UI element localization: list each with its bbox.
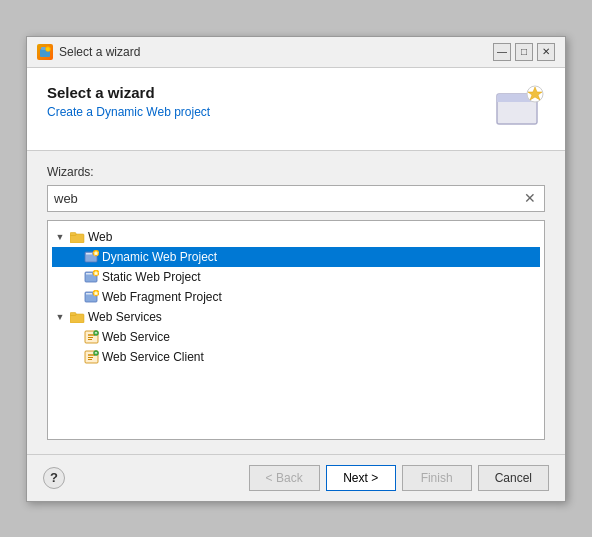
tree-item-web-fragment[interactable]: Web Fragment Project (52, 287, 540, 307)
svg-line-5 (49, 47, 50, 48)
wizard-icon-svg (493, 84, 545, 136)
svg-rect-22 (86, 293, 92, 295)
dialog-title: Select a wizard (59, 45, 140, 59)
search-input[interactable] (54, 188, 522, 209)
header-subtitle: Create a Dynamic Web project (47, 105, 483, 119)
search-clear-button[interactable]: ✕ (522, 191, 538, 205)
tree-item-web-service-client[interactable]: Web Service Client (52, 347, 540, 367)
tree-item-web-service[interactable]: Web Service (52, 327, 540, 347)
tree-item-static-web[interactable]: Static Web Project (52, 267, 540, 287)
static-web-icon (83, 269, 99, 285)
web-services-group-label: Web Services (88, 310, 162, 324)
web-service-label: Web Service (102, 330, 170, 344)
folder-icon-web (69, 229, 85, 245)
search-container: ✕ (47, 185, 545, 212)
expand-arrow-web: ▼ (54, 232, 66, 242)
footer: ? < Back Next > Finish Cancel (27, 454, 565, 501)
header-title: Select a wizard (47, 84, 483, 101)
header-text: Select a wizard Create a Dynamic Web pro… (47, 84, 483, 119)
wizards-label: Wizards: (47, 165, 545, 179)
svg-rect-14 (86, 253, 92, 255)
select-wizard-dialog: Select a wizard — □ ✕ Select a wizard Cr… (26, 36, 566, 502)
svg-rect-18 (86, 273, 92, 275)
svg-rect-26 (70, 312, 76, 315)
tree-item-web-label: Web (88, 230, 112, 244)
footer-buttons: < Back Next > Finish Cancel (249, 465, 549, 491)
svg-rect-12 (70, 232, 76, 235)
next-button[interactable]: Next > (326, 465, 396, 491)
web-service-client-icon (83, 349, 99, 365)
header-icon (493, 84, 545, 136)
maximize-button[interactable]: □ (515, 43, 533, 61)
minimize-button[interactable]: — (493, 43, 511, 61)
tree-item-dynamic-web[interactable]: Dynamic Web Project (52, 247, 540, 267)
title-bar-left: Select a wizard (37, 44, 140, 60)
help-button[interactable]: ? (43, 467, 65, 489)
svg-rect-1 (41, 47, 46, 50)
tree-item-web-group[interactable]: ▼ Web (52, 227, 540, 247)
close-button[interactable]: ✕ (537, 43, 555, 61)
tree-item-web-services-group[interactable]: ▼ Web Services (52, 307, 540, 327)
folder-icon-web-services (69, 309, 85, 325)
footer-left: ? (43, 467, 65, 489)
dynamic-web-label: Dynamic Web Project (102, 250, 217, 264)
dialog-icon (37, 44, 53, 60)
web-fragment-label: Web Fragment Project (102, 290, 222, 304)
title-bar: Select a wizard — □ ✕ (27, 37, 565, 68)
title-controls: — □ ✕ (493, 43, 555, 61)
finish-button[interactable]: Finish (402, 465, 472, 491)
tree-container[interactable]: ▼ Web (47, 220, 545, 440)
web-fragment-icon (83, 289, 99, 305)
web-service-client-label: Web Service Client (102, 350, 204, 364)
cancel-button[interactable]: Cancel (478, 465, 549, 491)
static-web-label: Static Web Project (102, 270, 200, 284)
expand-arrow-web-services: ▼ (54, 312, 66, 322)
back-button[interactable]: < Back (249, 465, 320, 491)
header-section: Select a wizard Create a Dynamic Web pro… (27, 68, 565, 151)
dynamic-web-icon (83, 249, 99, 265)
web-service-icon (83, 329, 99, 345)
content-area: Wizards: ✕ ▼ Web (27, 151, 565, 454)
